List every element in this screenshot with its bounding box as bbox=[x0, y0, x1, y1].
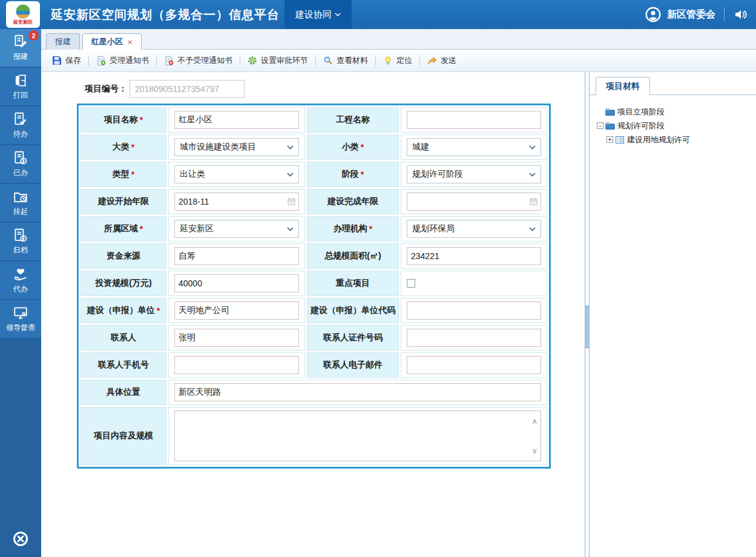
sidebar-item-已办[interactable]: 已办 bbox=[0, 145, 41, 183]
applicant-unit-code-input[interactable] bbox=[407, 302, 541, 320]
field-label-project-content-scale: 项目内容及规模 bbox=[81, 407, 166, 465]
tab-红星小区[interactable]: 红星小区× bbox=[82, 33, 142, 50]
toolbar-button-label: 定位 bbox=[396, 55, 412, 66]
field-label-text: 建设开始年限 bbox=[98, 196, 149, 207]
required-asterisk: * bbox=[140, 115, 143, 125]
toolbar-separator bbox=[88, 55, 89, 66]
field-label-applicant-unit: 建设（申报）单位* bbox=[81, 298, 166, 323]
contact-phone-input[interactable] bbox=[174, 356, 299, 374]
sub-category-select[interactable]: 城建 bbox=[407, 138, 541, 156]
save-icon bbox=[52, 56, 62, 65]
toolbar-button-保存[interactable]: 保存 bbox=[47, 53, 86, 68]
select-value: 规划许可阶段 bbox=[412, 169, 463, 180]
panel-splitter[interactable] bbox=[585, 72, 590, 557]
tab-label: 报建 bbox=[55, 36, 71, 47]
materials-tree: 项目立项阶段-规划许可阶段+建设用地规划许可 bbox=[590, 95, 756, 147]
engineering-name-input[interactable] bbox=[407, 111, 541, 129]
project-content-scale-textarea[interactable]: ∧∨ bbox=[174, 410, 541, 461]
tab-报建[interactable]: 报建 bbox=[46, 33, 80, 50]
form-row: 大类*城市设施建设类项目小类*城建 bbox=[81, 134, 547, 160]
stage-select[interactable]: 规划许可阶段 bbox=[407, 165, 541, 183]
construction-start-year-input[interactable] bbox=[174, 193, 299, 211]
handling-agency-select[interactable]: 规划环保局 bbox=[407, 220, 541, 238]
toolbar-button-发送[interactable]: 发送 bbox=[422, 53, 461, 68]
field-label-contact: 联系人 bbox=[81, 325, 166, 351]
calendar-icon[interactable] bbox=[287, 197, 296, 206]
tree-node-规划许可阶段[interactable]: -规划许可阶段 bbox=[597, 119, 752, 133]
sidebar-item-label: 报建 bbox=[13, 51, 28, 62]
splitter-handle[interactable] bbox=[585, 306, 589, 348]
header-user-area[interactable]: 新区管委会 bbox=[645, 0, 748, 29]
user-name: 新区管委会 bbox=[667, 8, 715, 21]
toolbar-separator bbox=[315, 55, 316, 66]
project-name-input[interactable] bbox=[174, 111, 299, 129]
key-project-checkbox[interactable] bbox=[407, 279, 415, 288]
folder-icon bbox=[605, 121, 615, 131]
expand-toggle-icon[interactable]: + bbox=[606, 136, 613, 143]
field-label-text: 资金来源 bbox=[107, 251, 140, 262]
chevron-down-icon bbox=[529, 173, 536, 177]
contact-input[interactable] bbox=[174, 329, 299, 347]
toolbar-button-设置审批环节[interactable]: 设置审批环节 bbox=[243, 53, 313, 68]
field-label-text: 小类 bbox=[342, 142, 359, 153]
scroll-down-icon[interactable]: ∨ bbox=[531, 447, 537, 455]
sidebar-item-报建[interactable]: 报建2 bbox=[0, 29, 41, 67]
collapse-toggle-icon[interactable]: - bbox=[597, 122, 603, 129]
field-label-text: 总规模面积(㎡) bbox=[324, 251, 381, 262]
toolbar: 保存受理通知书不予受理通知书设置审批环节查看材料定位发送 bbox=[41, 50, 756, 72]
field-cell-construction-finish-year bbox=[401, 189, 547, 214]
toolbar-button-不予受理通知书[interactable]: 不予受理通知书 bbox=[159, 53, 237, 68]
sidebar-collapse-button[interactable] bbox=[0, 530, 41, 547]
location-input[interactable] bbox=[174, 383, 541, 401]
total-scale-area-input[interactable] bbox=[407, 247, 541, 265]
sidebar-item-打回[interactable]: 打回 bbox=[0, 68, 41, 105]
field-cell-major-category: 城市设施建设类项目 bbox=[168, 134, 305, 160]
field-cell-sub-category: 城建 bbox=[401, 134, 547, 160]
tab-project-materials[interactable]: 项目材料 bbox=[596, 77, 650, 96]
field-label-text: 建设（申报）单位 bbox=[87, 305, 155, 316]
sidebar-item-待办[interactable]: 待办 bbox=[0, 107, 41, 144]
sidebar-item-领导督查[interactable]: 领导督查 bbox=[0, 300, 41, 338]
investment-scale-input[interactable] bbox=[174, 274, 299, 292]
tab-close-icon[interactable]: × bbox=[128, 38, 133, 46]
calendar-icon[interactable] bbox=[529, 197, 538, 206]
region-select[interactable]: 延安新区 bbox=[174, 220, 299, 238]
construction-start-year-date-field bbox=[174, 193, 299, 211]
required-asterisk: * bbox=[131, 142, 134, 152]
required-asterisk: * bbox=[140, 224, 143, 234]
form-area: 项目编号： 项目名称*工程名称大类*城市设施建设类项目小类*城建类型*出让类阶段… bbox=[41, 72, 585, 557]
avatar-icon bbox=[645, 7, 661, 22]
contact-id-number-input[interactable] bbox=[407, 329, 541, 347]
tree-node-建设用地规划许可[interactable]: +建设用地规划许可 bbox=[597, 133, 752, 147]
toolbar-button-查看材料[interactable]: 查看材料 bbox=[318, 53, 373, 68]
toolbar-separator bbox=[419, 55, 420, 66]
type-select[interactable]: 出让类 bbox=[174, 165, 299, 183]
form-row: 项目内容及规模∧∨ bbox=[81, 407, 547, 465]
toolbar-button-定位[interactable]: 定位 bbox=[378, 53, 417, 68]
field-label-text: 投资规模(万元) bbox=[95, 278, 151, 289]
scroll-up-icon[interactable]: ∧ bbox=[531, 417, 537, 425]
chevron-down-icon bbox=[287, 227, 294, 231]
sidebar-item-归档[interactable]: 归档 bbox=[0, 223, 41, 260]
search-icon bbox=[323, 56, 333, 65]
nav-dropdown-construction-collab[interactable]: 建设协同 bbox=[284, 0, 352, 29]
field-label-contact-id-number: 联系人证件号码 bbox=[307, 325, 399, 351]
tree-node-项目立项阶段[interactable]: 项目立项阶段 bbox=[597, 105, 752, 119]
app-logo: 延安新区 bbox=[6, 1, 40, 28]
sidebar-item-代办[interactable]: 代办 bbox=[0, 262, 41, 299]
list-icon bbox=[615, 135, 625, 145]
applicant-unit-input[interactable] bbox=[174, 302, 299, 320]
field-cell-location bbox=[168, 380, 547, 405]
funding-source-input[interactable] bbox=[174, 247, 299, 265]
major-category-select[interactable]: 城市设施建设类项目 bbox=[174, 138, 299, 156]
contact-email-input[interactable] bbox=[407, 356, 541, 374]
required-asterisk: * bbox=[131, 170, 134, 179]
sidebar-item-label: 打回 bbox=[13, 90, 28, 101]
form-row: 联系人手机号联系人电子邮件 bbox=[81, 352, 547, 378]
toolbar-button-受理通知书[interactable]: 受理通知书 bbox=[91, 53, 154, 68]
sidebar-item-挂起[interactable]: 挂起 bbox=[0, 184, 41, 222]
select-value: 城建 bbox=[412, 142, 429, 153]
construction-finish-year-input[interactable] bbox=[407, 193, 541, 211]
speaker-icon[interactable] bbox=[733, 7, 748, 22]
field-label-type: 类型* bbox=[81, 162, 166, 187]
